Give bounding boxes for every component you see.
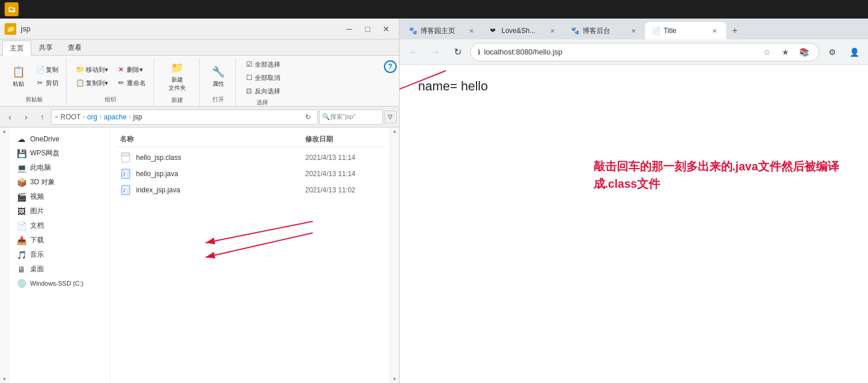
browser-tabs: 🐾 博客园主页 ✕ ❤ Love&Sh... ✕ 🐾 博客后台 ✕ 📄 Titl… [400,19,868,39]
tab-view[interactable]: 查看 [60,40,89,55]
sidebar-item-windows-ssd[interactable]: 💿 Windows-SSD (C:) [9,276,110,290]
ribbon-tabs: 主页 共享 查看 [0,39,399,56]
copy-to-button[interactable]: 📋 复制到▾ [72,76,111,89]
close-button[interactable]: ✕ [378,23,394,35]
new-folder-icon: 📁 [170,61,184,75]
collection-button[interactable]: 📚 [796,44,812,60]
bokeyuan-favicon: 🐾 [409,27,417,35]
address-root: ROOT [61,113,81,121]
documents-icon: 📄 [16,221,27,231]
address-left-arrow: « [55,114,58,120]
sidebar: ☁ OneDrive 💾 WPS网盘 💻 此电脑 📦 3D 对象 [9,127,111,383]
taskbar: 🗂 [0,0,868,19]
extensions-button[interactable]: ⚙ [823,43,841,61]
file-content-area: ▲ ▼ ☁ OneDrive 💾 WPS网盘 💻 [0,127,399,383]
search-box[interactable]: 🔍 搜索"jsp" [319,110,383,125]
tab-close-title[interactable]: ✕ [710,26,719,35]
back-nav-button[interactable]: ← [404,43,423,61]
browser: 🐾 博客园主页 ✕ ❤ Love&Sh... ✕ 🐾 博客后台 ✕ 📄 Titl… [400,19,868,383]
move-to-button[interactable]: 📁 移动到▾ [72,63,111,76]
refresh-button[interactable]: ↻ [302,111,314,123]
up-button[interactable]: ↑ [35,110,50,125]
tab-home[interactable]: 主页 [2,41,31,56]
sidebar-item-desktop[interactable]: 🖥 桌面 [9,262,110,276]
new-folder-button[interactable]: 📁 新建文件夹 [160,58,195,95]
search-placeholder: 搜索"jsp" [330,112,356,121]
blog-admin-favicon: 🐾 [571,27,579,35]
select-none-button[interactable]: ☐ 全部取消 [241,71,283,84]
selectnone-icon: ☐ [244,73,254,82]
tab-bokeyuan[interactable]: 🐾 博客园主页 ✕ [402,22,483,39]
file-row[interactable]: J index_jsp.java 2021/4/13 11:02 [115,182,385,198]
taskbar-icon: 🗂 [5,2,19,16]
title-bar: 📁 jsp ─ □ ✕ [0,19,399,39]
user-button[interactable]: 👤 [845,43,863,61]
selectall-icon: ☑ [244,60,254,69]
minimize-button[interactable]: ─ [341,23,357,35]
tab-close-bokeyuan[interactable]: ✕ [467,26,476,35]
forward-button[interactable]: › [19,110,34,125]
svg-rect-1 [122,153,130,156]
sidebar-item-video[interactable]: 🎬 视频 [9,189,110,204]
tab-close-lovesh[interactable]: ✕ [548,26,557,35]
sidebar-item-onedrive[interactable]: ☁ OneDrive [9,132,110,146]
wps-icon: 💾 [16,149,27,158]
lovesh-favicon: ❤ [490,27,498,35]
page-output: name= hello [418,79,849,94]
sidebar-item-documents[interactable]: 📄 文档 [9,218,110,233]
browser-content: name= hello 敲击回车的那一刻多出来的.java文件然后被编译 成.c… [400,65,868,383]
rename-button[interactable]: ✏ 重命名 [113,76,149,89]
drive-icon: 💿 [16,279,27,288]
tab-title-active[interactable]: 📄 Title ✕ [645,22,726,39]
delete-button[interactable]: ✕ 删除▾ [113,63,149,76]
sidebar-item-music[interactable]: 🎵 音乐 [9,247,110,262]
sidebar-item-3d[interactable]: 📦 3D 对象 [9,175,110,189]
help-button[interactable]: ? [384,60,397,73]
invert-icon: ⊡ [244,86,254,96]
file-row[interactable]: hello_jsp.class 2021/4/13 11:14 [115,149,385,166]
explorer-icon: 📁 [5,23,16,35]
address-apache[interactable]: apache [104,113,126,121]
sidebar-item-thispc[interactable]: 💻 此电脑 [9,161,110,175]
bookmark-button[interactable]: ☆ [759,44,775,60]
invert-select-button[interactable]: ⊡ 反向选择 [241,85,283,97]
maximize-button[interactable]: □ [360,23,376,35]
browser-toolbar: ← → ↻ ℹ localhost:8080/hello.jsp ☆ ★ 📚 ⚙… [400,39,868,65]
java-file-icon-2: J [120,184,131,196]
file-list-header: 名称 修改日期 [115,132,385,147]
3d-icon: 📦 [16,178,27,187]
left-scroll[interactable]: ▲ ▼ [0,127,9,383]
tab-close-blog-admin[interactable]: ✕ [629,26,638,35]
star-button[interactable]: ★ [777,44,793,60]
cut-button[interactable]: ✂ 剪切 [32,76,61,89]
sidebar-item-pictures[interactable]: 🖼 图片 [9,204,110,218]
file-row[interactable]: J hello_jsp.java 2021/4/13 11:14 [115,166,385,182]
ribbon: 📋 粘贴 📄 复制 ✂ 剪切 [0,56,399,107]
paste-button[interactable]: 📋 粘贴 [7,62,30,91]
address-bar[interactable]: « ROOT › org › apache › jsp ↻ [51,110,318,125]
right-scroll[interactable]: ▲ ▼ [390,127,399,383]
sidebar-item-wps[interactable]: 💾 WPS网盘 [9,146,110,161]
select-all-button[interactable]: ☑ 全部选择 [241,58,283,71]
rename-icon: ✏ [116,78,126,87]
paste-icon: 📋 [12,65,25,79]
video-icon: 🎬 [16,192,27,202]
tab-share[interactable]: 共享 [31,40,60,55]
expand-button[interactable]: ▽ [384,111,397,123]
tab-blog-admin[interactable]: 🐾 博客后台 ✕ [564,22,645,39]
new-tab-button[interactable]: + [726,22,744,39]
downloads-icon: 📥 [16,236,27,245]
refresh-nav-button[interactable]: ↻ [448,43,467,61]
forward-nav-button[interactable]: → [426,43,445,61]
sidebar-item-downloads[interactable]: 📥 下载 [9,233,110,247]
copy-button[interactable]: 📄 复制 [32,63,61,76]
back-button[interactable]: ‹ [2,110,17,125]
address-org[interactable]: org [87,113,97,121]
thispc-icon: 💻 [16,163,27,173]
properties-button[interactable]: 🔧 属性 [207,62,230,91]
tab-lovesh[interactable]: ❤ Love&Sh... ✕ [483,22,564,39]
pictures-icon: 🖼 [16,207,27,216]
url-bar[interactable]: ℹ localhost:8080/hello.jsp ☆ ★ 📚 [470,43,819,61]
class-file-icon [120,152,131,163]
java-file-icon: J [120,168,131,180]
